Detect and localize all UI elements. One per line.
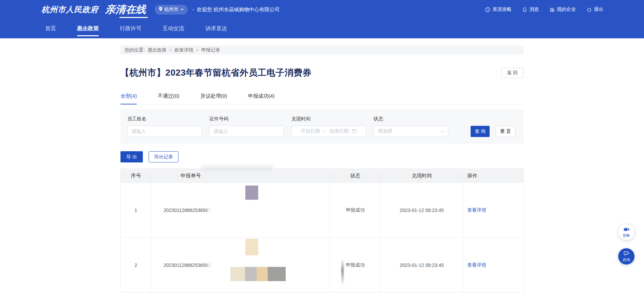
back-button[interactable]: 返 回 [501, 68, 524, 78]
tab-rejected[interactable]: 不通过(0) [158, 93, 179, 104]
records-table: 序号 申报单号 状态 兑现时间 操作 1 202301128862536567 … [120, 169, 524, 293]
chevron-down-icon [440, 129, 444, 133]
topbar: 杭州市人民政府 亲清在线 杭州市 · 欢迎您 杭州水晶城购物中心有限公司 ? 亲… [0, 0, 644, 19]
gov-logo: 杭州市人民政府 [41, 4, 98, 15]
guide-float-button[interactable]: 攻略 [618, 224, 634, 240]
page-title: 【杭州市】2023年春节留杭省外员工电子消费券 [120, 67, 311, 79]
field-status: 状态 请选择 [374, 116, 448, 137]
row-index: 1 [121, 183, 151, 238]
redaction-blob [245, 185, 258, 200]
bell-icon [522, 7, 527, 12]
redaction-blob [245, 239, 258, 255]
nav-item-home[interactable]: 首页 [45, 19, 56, 38]
welcome-area: · 欢迎您 杭州水晶城购物中心有限公司 [192, 6, 280, 13]
breadcrumb-prefix: 您的位置: [125, 47, 145, 53]
employee-name-input[interactable] [127, 125, 202, 137]
col-header-status: 状态 [330, 169, 381, 183]
reset-button[interactable]: 重 置 [496, 126, 515, 137]
redeem-time-label: 兑现时间 [291, 116, 366, 122]
action-cell: 查看详情 [463, 238, 524, 293]
status-select[interactable]: 请选择 [374, 125, 448, 137]
nav-item-interaction[interactable]: 互动交流 [163, 19, 184, 38]
tab-objection[interactable]: 异议处理(0) [201, 93, 227, 104]
employee-name-label: 员工姓名 [127, 116, 202, 122]
content-container: 您的位置: 惠企政策 > 政策详情 > 申报记录 【杭州市】2023年春节留杭省… [120, 45, 524, 293]
view-detail-link[interactable]: 查看详情 [467, 262, 486, 268]
order-no-text: 202301128862536567 [164, 208, 211, 213]
id-number-input[interactable] [209, 125, 284, 137]
enterprise-icon [550, 7, 555, 12]
status-label: 状态 [374, 116, 448, 122]
help-circle-icon: ? [485, 7, 490, 12]
calendar-icon [352, 129, 357, 134]
power-icon [587, 7, 592, 12]
filter-buttons: 查 询 重 置 [471, 126, 515, 137]
field-id-number: 证件号码 [209, 116, 284, 137]
status-cell: 申报成功 [330, 238, 381, 293]
logout-link[interactable]: 退出 [587, 6, 603, 13]
date-range-separator: ~ [323, 129, 326, 134]
filter-panel: 员工姓名 证件号码 兑现时间 开始日期 ~ 结束日期 状态 请选择 [120, 109, 524, 144]
messages-link-label: 消息 [529, 6, 539, 13]
order-no-text: 202301128862536563 [164, 262, 211, 268]
action-cell: 查看详情 [463, 183, 524, 238]
order-no-cell: 202301128862536567 [151, 183, 330, 238]
nav-item-policy[interactable]: 惠企政策 [77, 19, 99, 38]
id-number-label: 证件号码 [209, 116, 284, 122]
topbar-links: ? 亲清攻略 消息 我的企业 退出 [485, 6, 603, 13]
title-row: 【杭州市】2023年春节留杭省外员工电子消费券 返 回 [120, 67, 524, 79]
redaction-blob-strip [230, 267, 286, 281]
breadcrumb-item-policy[interactable]: 惠企政策 [148, 47, 167, 53]
nav-item-licensing[interactable]: 行政许可 [120, 19, 141, 38]
guide-float-label: 攻略 [623, 233, 630, 237]
end-date-placeholder: 结束日期 [329, 128, 348, 134]
my-enterprise-link[interactable]: 我的企业 [550, 6, 576, 13]
status-select-placeholder: 请选择 [378, 128, 392, 134]
guide-link[interactable]: ? 亲清攻略 [485, 6, 511, 13]
welcome-text: 欢迎您 杭州水晶城购物中心有限公司 [197, 6, 280, 13]
consult-float-button[interactable]: 咨询 [618, 248, 634, 265]
redeem-time-cell: 2023-01-12 09:23:45 [381, 238, 463, 293]
tab-success[interactable]: 申报成功(4) [248, 93, 274, 104]
my-enterprise-link-label: 我的企业 [557, 6, 576, 13]
date-range-picker[interactable]: 开始日期 ~ 结束日期 [291, 125, 366, 137]
redeem-time-cell: 2023-01-12 09:23:45 [381, 183, 463, 238]
row-index: 2 [121, 238, 151, 293]
breadcrumb-separator: > [169, 48, 172, 53]
breadcrumb: 您的位置: 惠企政策 > 政策详情 > 申报记录 [120, 45, 524, 55]
view-detail-link[interactable]: 查看详情 [467, 207, 486, 213]
table-row: 1 202301128862536567 申报成功 2023-01-12 09:… [121, 183, 524, 238]
search-button[interactable]: 查 询 [471, 126, 490, 137]
breadcrumb-item-policy-detail[interactable]: 政策详情 [174, 47, 193, 53]
field-redeem-time: 兑现时间 开始日期 ~ 结束日期 [291, 116, 366, 137]
messages-link[interactable]: 消息 [522, 6, 539, 13]
chevron-down-icon [181, 9, 184, 11]
status-cell: 申报成功 [330, 183, 381, 238]
tab-all[interactable]: 全部(4) [120, 93, 137, 104]
nav-item-appeals[interactable]: 诉求直达 [205, 19, 227, 38]
status-tabs: 全部(4) 不通过(0) 异议处理(0) 申报成功(4) [120, 93, 524, 104]
redaction-streak [341, 259, 344, 285]
col-header-index: 序号 [121, 169, 151, 183]
export-row: 导 出 导出记录 [120, 151, 524, 162]
field-employee-name: 员工姓名 [127, 116, 202, 137]
dot-separator: · [192, 7, 194, 13]
main-nav: 首页 惠企政策 行政许可 互动交流 诉求直达 [0, 19, 644, 38]
col-header-redeem-time: 兑现时间 [381, 169, 463, 183]
table-row: 2 202301128862536563 申报成功 2023-01-12 09:… [121, 238, 524, 293]
svg-text:?: ? [487, 8, 489, 11]
export-records-button[interactable]: 导出记录 [149, 151, 178, 162]
video-camera-icon [624, 227, 629, 233]
location-pin-icon [159, 7, 163, 12]
col-header-order-no: 申报单号 [151, 169, 330, 183]
location-selector[interactable]: 杭州市 [155, 5, 188, 15]
consult-float-label: 咨询 [623, 258, 630, 262]
logout-link-label: 退出 [594, 6, 603, 13]
chat-bubble-icon [624, 251, 629, 257]
export-button[interactable]: 导 出 [120, 151, 143, 162]
status-text: 申报成功 [346, 262, 365, 268]
col-header-action: 操作 [463, 169, 524, 183]
breadcrumb-separator: > [196, 48, 198, 53]
location-label: 杭州市 [164, 6, 178, 13]
table-header-row: 序号 申报单号 状态 兑现时间 操作 [121, 169, 524, 183]
